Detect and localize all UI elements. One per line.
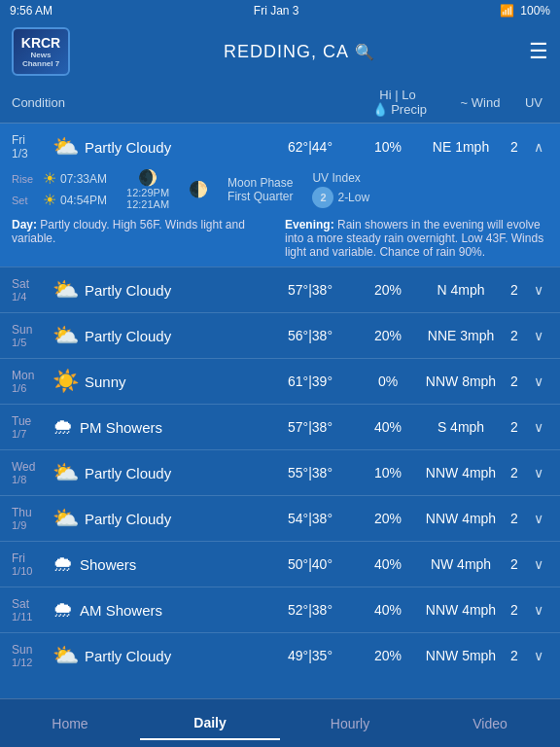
- expand-chevron[interactable]: ∨: [529, 282, 548, 298]
- forecast-wind: N 4mph: [422, 282, 500, 298]
- forecast-precip: 20%: [354, 648, 422, 663]
- uv-desc: 2-Low: [337, 191, 369, 204]
- forecast-wind: NNE 3mph: [422, 328, 500, 343]
- forecast-day-label: Thu 1/9: [12, 506, 47, 531]
- forecast-condition: Partly Cloudy: [85, 511, 266, 527]
- forecast-day-label: Sun 1/5: [12, 323, 47, 348]
- expanded-precip: 10%: [354, 139, 422, 155]
- forecast-hilo: 52°|38°: [266, 602, 354, 618]
- nav-video[interactable]: Video: [420, 708, 560, 739]
- forecast-condition: Partly Cloudy: [85, 465, 266, 481]
- forecast-hilo: 57°|38°: [266, 282, 354, 298]
- forecast-precip: 20%: [354, 511, 422, 526]
- logo-news: News: [31, 51, 52, 59]
- expand-chevron[interactable]: ∨: [529, 465, 548, 480]
- forecast-day-label: Fri 1/10: [12, 551, 47, 577]
- expanded-forecast-row[interactable]: Fri 1/3 ⛅ Partly Cloudy 62°|44° 10% NE 1…: [0, 124, 560, 267]
- forecast-uv: 2: [500, 465, 529, 480]
- forecast-row[interactable]: Mon 1/6 ☀️ Sunny 61°|39° 0% NNW 8mph 2 ∨: [0, 358, 560, 404]
- moon-set-time: 12:21AM: [126, 198, 169, 210]
- col-header-uv: UV: [519, 95, 548, 110]
- forecast-hilo: 49°|35°: [266, 648, 354, 663]
- logo-krcr: KRCR: [21, 35, 60, 51]
- expand-chevron[interactable]: ∨: [529, 328, 548, 343]
- forecast-wind: NNW 4mph: [422, 602, 500, 618]
- forecast-list: Sat 1/4 ⛅ Partly Cloudy 57°|38° 20% N 4m…: [0, 267, 560, 678]
- expanded-day: Fri 1/3: [12, 133, 47, 160]
- forecast-row[interactable]: Sun 1/12 ⛅ Partly Cloudy 49°|35° 20% NNW…: [0, 632, 560, 678]
- forecast-condition: PM Showers: [80, 419, 266, 436]
- logo-channel: Channel 7: [22, 59, 59, 68]
- forecast-condition: Partly Cloudy: [85, 648, 266, 664]
- forecast-row[interactable]: Wed 1/8 ⛅ Partly Cloudy 55°|38° 10% NNW …: [0, 449, 560, 495]
- forecast-icon: ⛅: [52, 460, 79, 485]
- forecast-uv: 2: [500, 556, 529, 572]
- forecast-condition: Partly Cloudy: [85, 282, 266, 299]
- forecast-row[interactable]: Tue 1/7 🌧 PM Showers 57°|38° 40% S 4mph …: [0, 404, 560, 449]
- sunset-icon: ☀: [43, 191, 56, 209]
- expand-chevron[interactable]: ∨: [529, 374, 548, 389]
- forecast-wind: S 4mph: [422, 419, 500, 435]
- forecast-uv: 2: [500, 282, 529, 298]
- forecast-precip: 20%: [354, 328, 422, 343]
- collapse-chevron[interactable]: ∧: [529, 139, 548, 155]
- moon-phase-value: First Quarter: [228, 190, 293, 203]
- forecast-description: Day: Partly cloudy. High 56F. Winds ligh…: [12, 218, 548, 259]
- forecast-wind: NNW 4mph: [422, 465, 500, 480]
- column-headers: Condition Hi | Lo 💧 Precip ~ Wind UV: [0, 82, 560, 124]
- expand-chevron[interactable]: ∨: [529, 419, 548, 435]
- forecast-uv: 2: [500, 602, 529, 618]
- moon-phase-label: Moon Phase: [228, 176, 293, 190]
- status-time: 9:56 AM: [10, 4, 52, 18]
- forecast-day-label: Sun 1/12: [12, 643, 47, 668]
- sun-moon-info: Rise ☀ 07:33AM Set ☀ 04:54PM 🌒 12:29PM 1…: [12, 168, 548, 210]
- expand-chevron[interactable]: ∨: [529, 511, 548, 526]
- forecast-precip: 40%: [354, 556, 422, 572]
- sunrise-time: 07:33AM: [60, 172, 107, 186]
- forecast-day-label: Mon 1/6: [12, 369, 47, 394]
- uv-badge: 2 2-Low: [312, 187, 369, 208]
- forecast-icon: 🌧: [52, 414, 74, 440]
- app-header: KRCR News Channel 7 REDDING, CA 🔍 ☰: [0, 21, 560, 82]
- forecast-row[interactable]: Thu 1/9 ⛅ Partly Cloudy 54°|38° 20% NNW …: [0, 495, 560, 541]
- col-header-condition: Condition: [12, 95, 354, 110]
- forecast-wind: NNW 4mph: [422, 511, 500, 526]
- nav-home[interactable]: Home: [0, 708, 140, 739]
- forecast-wind: NNW 5mph: [422, 648, 500, 663]
- moon-phase-info: Moon Phase First Quarter: [228, 176, 293, 203]
- expand-chevron[interactable]: ∨: [529, 556, 548, 572]
- city-label: REDDING, CA: [224, 42, 349, 62]
- forecast-icon: 🌧: [52, 597, 74, 622]
- day-description: Day: Partly cloudy. High 56F. Winds ligh…: [12, 218, 275, 259]
- forecast-condition: Sunny: [85, 374, 266, 390]
- forecast-row[interactable]: Sun 1/5 ⛅ Partly Cloudy 56°|38° 20% NNE …: [0, 312, 560, 358]
- forecast-precip: 10%: [354, 465, 422, 480]
- forecast-hilo: 54°|38°: [266, 511, 354, 526]
- forecast-wind: NNW 8mph: [422, 374, 500, 389]
- forecast-hilo: 55°|38°: [266, 465, 354, 480]
- status-bar: 9:56 AM Fri Jan 3 📶 100%: [0, 0, 560, 21]
- menu-icon[interactable]: ☰: [529, 39, 548, 64]
- forecast-icon: ⛅: [52, 277, 79, 302]
- battery-status: 100%: [520, 4, 550, 18]
- nav-hourly[interactable]: Hourly: [280, 708, 420, 739]
- moon-phase-icon: 🌓: [189, 180, 208, 198]
- forecast-row[interactable]: Sat 1/11 🌧 AM Showers 52°|38° 40% NNW 4m…: [0, 587, 560, 632]
- app-logo: KRCR News Channel 7: [12, 27, 70, 76]
- nav-daily[interactable]: Daily: [140, 707, 280, 740]
- forecast-hilo: 57°|38°: [266, 419, 354, 435]
- expand-chevron[interactable]: ∨: [529, 602, 548, 618]
- forecast-icon: ⛅: [52, 506, 79, 531]
- uv-index-label: UV Index: [312, 171, 369, 185]
- forecast-uv: 2: [500, 328, 529, 343]
- wifi-icon: 📶: [500, 4, 514, 18]
- expand-chevron[interactable]: ∨: [529, 648, 548, 663]
- forecast-row[interactable]: Fri 1/10 🌧 Showers 50°|40° 40% NW 4mph 2…: [0, 541, 560, 587]
- forecast-precip: 40%: [354, 419, 422, 435]
- bottom-navigation: Home Daily Hourly Video: [0, 698, 560, 747]
- forecast-icon: ⛅: [52, 643, 79, 668]
- forecast-precip: 40%: [354, 602, 422, 618]
- uv-index-info: UV Index 2 2-Low: [312, 171, 369, 208]
- search-icon[interactable]: 🔍: [355, 43, 375, 61]
- forecast-row[interactable]: Sat 1/4 ⛅ Partly Cloudy 57°|38° 20% N 4m…: [0, 267, 560, 312]
